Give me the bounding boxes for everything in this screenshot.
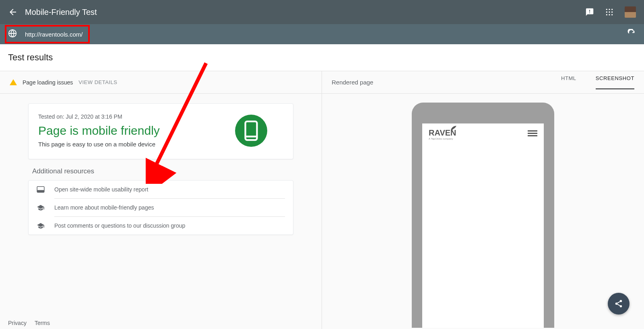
svg-point-8 bbox=[606, 14, 607, 15]
back-button[interactable] bbox=[8, 7, 18, 17]
hamburger-icon bbox=[528, 129, 537, 138]
additional-heading: Additional resources bbox=[32, 167, 293, 175]
svg-point-3 bbox=[609, 9, 610, 10]
apps-icon[interactable] bbox=[605, 8, 613, 16]
resource-learn-more[interactable]: Learn more about mobile-friendly pages bbox=[29, 199, 293, 216]
svg-point-6 bbox=[609, 11, 610, 12]
privacy-link[interactable]: Privacy bbox=[8, 320, 27, 326]
top-bar: Mobile-Friendly Test bbox=[0, 0, 644, 24]
phone-mockup: RAVEN A TapClicks company bbox=[412, 103, 554, 328]
svg-point-19 bbox=[620, 305, 622, 308]
svg-point-10 bbox=[611, 14, 613, 15]
footer-links: Privacy Terms bbox=[8, 320, 50, 326]
feedback-icon[interactable] bbox=[585, 8, 594, 16]
url-highlight-box: http://raventools.com/ bbox=[5, 25, 90, 43]
results-header: Test results bbox=[0, 44, 644, 71]
share-button[interactable] bbox=[608, 293, 630, 315]
result-subtitle: This page is easy to use on a mobile dev… bbox=[38, 141, 160, 148]
resource-label: Learn more about mobile-friendly pages bbox=[54, 204, 154, 211]
left-panel: Page loading issues VIEW DETAILS Tested … bbox=[0, 71, 322, 329]
result-title: Page is mobile friendly bbox=[38, 124, 160, 138]
issues-label: Page loading issues bbox=[23, 79, 73, 86]
right-header: Rendered page HTML SCREENSHOT bbox=[322, 71, 644, 94]
svg-point-7 bbox=[611, 11, 613, 12]
svg-rect-16 bbox=[37, 190, 44, 193]
right-panel: Rendered page HTML SCREENSHOT RAVEN A Ta… bbox=[322, 71, 644, 329]
url-bar: http://raventools.com/ bbox=[0, 24, 644, 44]
resource-label: Open site-wide mobile usability report bbox=[54, 186, 148, 193]
svg-rect-0 bbox=[589, 10, 590, 12]
svg-point-17 bbox=[620, 300, 622, 302]
refresh-button[interactable] bbox=[627, 29, 636, 39]
svg-point-4 bbox=[611, 9, 613, 10]
graduation-icon bbox=[37, 204, 45, 211]
tab-html[interactable]: HTML bbox=[561, 75, 576, 89]
svg-point-2 bbox=[606, 9, 607, 10]
rendered-label: Rendered page bbox=[332, 79, 373, 86]
results-title: Test results bbox=[8, 52, 636, 63]
globe-icon bbox=[8, 29, 17, 39]
resource-usability-report[interactable]: Open site-wide mobile usability report bbox=[29, 181, 293, 198]
svg-point-9 bbox=[609, 14, 610, 15]
resource-label: Post comments or questions to our discus… bbox=[54, 222, 185, 229]
issues-row: Page loading issues VIEW DETAILS bbox=[0, 71, 322, 94]
terms-link[interactable]: Terms bbox=[35, 320, 50, 326]
svg-rect-1 bbox=[589, 12, 590, 13]
warning-icon bbox=[10, 79, 17, 85]
additional-card: Open site-wide mobile usability report L… bbox=[28, 180, 293, 235]
arrow-left-icon bbox=[8, 7, 18, 17]
svg-point-5 bbox=[606, 11, 607, 12]
share-icon bbox=[614, 299, 623, 308]
url-text[interactable]: http://raventools.com/ bbox=[25, 31, 83, 38]
header-title: Mobile-Friendly Test bbox=[25, 8, 97, 17]
resource-discussion[interactable]: Post comments or questions to our discus… bbox=[29, 217, 293, 234]
phone-screen: RAVEN A TapClicks company bbox=[422, 123, 544, 328]
graduation-icon bbox=[37, 222, 45, 229]
svg-point-18 bbox=[615, 302, 618, 305]
avatar[interactable] bbox=[625, 6, 636, 18]
raven-logo: RAVEN A TapClicks company bbox=[429, 129, 456, 140]
mobile-friendly-icon bbox=[235, 115, 267, 147]
result-card: Tested on: Jul 2, 2020 at 3:16 PM Page i… bbox=[28, 103, 293, 159]
tested-on: Tested on: Jul 2, 2020 at 3:16 PM bbox=[38, 113, 160, 120]
view-details-link[interactable]: VIEW DETAILS bbox=[78, 79, 117, 85]
tab-screenshot[interactable]: SCREENSHOT bbox=[596, 75, 634, 89]
report-icon bbox=[37, 186, 45, 193]
